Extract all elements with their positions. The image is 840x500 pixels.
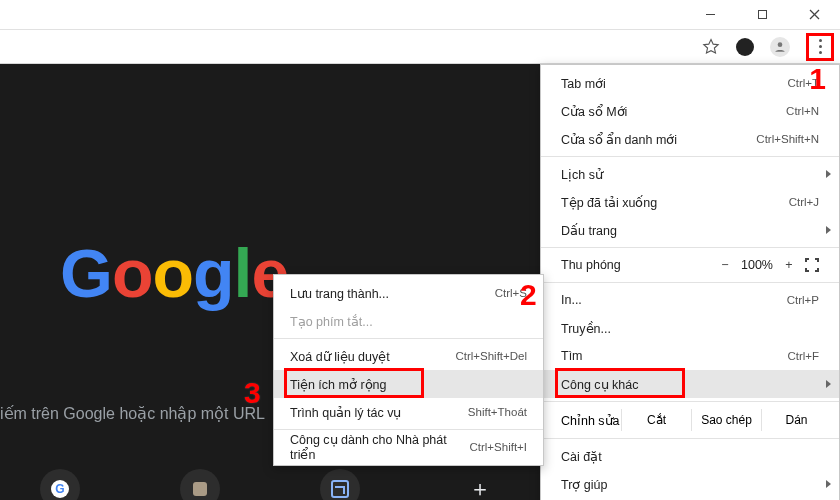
edit-paste-button[interactable]: Dán (761, 409, 831, 431)
chevron-right-icon (826, 170, 831, 178)
google-logo: Google (60, 234, 288, 312)
window-titlebar (0, 0, 840, 30)
browser-toolbar (0, 30, 840, 64)
logo-letter: o (112, 234, 153, 312)
menu-label: Tìm (561, 349, 583, 363)
menu-label: Truyền... (561, 321, 611, 336)
menu-find[interactable]: Tìm Ctrl+F (541, 342, 839, 370)
annotation-number-3: 3 (244, 376, 261, 410)
shortcut-add[interactable]: ＋ Thêm lối tắt (440, 469, 520, 500)
window-minimize-button[interactable] (688, 1, 732, 29)
menu-label: Trình quản lý tác vụ (290, 405, 401, 420)
menu-shortcut: Shift+Thoát (468, 406, 527, 418)
logo-letter: G (60, 234, 112, 312)
menu-separator (541, 401, 839, 402)
more-menu-button[interactable] (806, 33, 834, 61)
svg-rect-1 (758, 11, 766, 19)
shortcut-extensions[interactable]: Tiện ích (160, 469, 240, 500)
logo-letter: g (193, 234, 234, 312)
menu-label: Cửa sổ Mới (561, 104, 627, 119)
submenu-dev-tools[interactable]: Công cụ dành cho Nhà phát triển Ctrl+Shi… (274, 433, 543, 461)
menu-new-window[interactable]: Cửa sổ Mới Ctrl+N (541, 97, 839, 125)
menu-print[interactable]: In... Ctrl+P (541, 286, 839, 314)
menu-separator (541, 438, 839, 439)
zoom-value: 100% (741, 258, 773, 272)
menu-more-tools[interactable]: Công cụ khác (541, 370, 839, 398)
edit-copy-button[interactable]: Sao chép (691, 409, 761, 431)
submenu-create-shortcut: Tạo phím tắt... (274, 307, 543, 335)
submenu-clear-data[interactable]: Xoá dữ liệu duyệt Ctrl+Shift+Del (274, 342, 543, 370)
menu-label: Tab mới (561, 76, 606, 91)
menu-label: Dấu trang (561, 223, 617, 238)
submenu-extensions[interactable]: Tiện ích mở rộng (274, 370, 543, 398)
menu-zoom-row: Thu phóng − 100% + (541, 251, 839, 279)
chevron-right-icon (826, 480, 831, 488)
menu-label: Công cụ dành cho Nhà phát triển (290, 432, 469, 462)
menu-separator (541, 156, 839, 157)
chevron-right-icon (826, 380, 831, 388)
login-icon (331, 480, 349, 498)
annotation-number-2: 2 (520, 278, 537, 312)
menu-label: Trợ giúp (561, 477, 607, 492)
menu-edit-row: Chỉnh sửa Cắt Sao chép Dán (541, 405, 839, 435)
menu-settings[interactable]: Cài đặt (541, 442, 839, 470)
account-dot-icon[interactable] (736, 38, 754, 56)
menu-new-tab[interactable]: Tab mới Ctrl+T (541, 69, 839, 97)
menu-help[interactable]: Trợ giúp (541, 470, 839, 498)
window-close-button[interactable] (792, 1, 836, 29)
annotation-box (284, 368, 424, 398)
puzzle-icon (191, 480, 209, 498)
zoom-in-button[interactable]: + (781, 258, 797, 272)
menu-downloads[interactable]: Tệp đã tải xuống Ctrl+J (541, 188, 839, 216)
shortcut-login[interactable]: Đăng nhập (300, 469, 380, 500)
profile-avatar-icon[interactable] (770, 37, 790, 57)
menu-label: Cửa sổ ẩn danh mới (561, 132, 677, 147)
menu-label: Chỉnh sửa (561, 413, 621, 428)
menu-label: Lưu trang thành... (290, 286, 389, 301)
menu-label: Tạo phím tắt... (290, 314, 373, 329)
menu-cast[interactable]: Truyền... (541, 314, 839, 342)
menu-bookmarks[interactable]: Dấu trang (541, 216, 839, 244)
edit-cut-button[interactable]: Cắt (621, 409, 691, 431)
menu-shortcut: Ctrl+Shift+Del (455, 350, 527, 362)
window-maximize-button[interactable] (740, 1, 784, 29)
menu-label: Tệp đã tải xuống (561, 195, 657, 210)
svg-point-4 (778, 42, 783, 47)
menu-label: Lịch sử (561, 167, 603, 182)
menu-separator (274, 338, 543, 339)
search-placeholder-text: iếm trên Google hoặc nhập một URL (0, 404, 265, 423)
shortcut-row: G Tìm với Google Tiện ích Đăng nhập ＋ Th… (20, 469, 520, 500)
bookmark-star-icon[interactable] (702, 38, 720, 56)
menu-shortcut: Ctrl+P (787, 294, 819, 306)
menu-shortcut: Ctrl+N (786, 105, 819, 117)
menu-label: Cài đặt (561, 449, 602, 464)
annotation-number-1: 1 (809, 62, 826, 96)
menu-shortcut: Ctrl+F (787, 350, 819, 362)
menu-separator (541, 282, 839, 283)
zoom-out-button[interactable]: − (717, 258, 733, 272)
annotation-box (555, 368, 685, 398)
menu-separator (541, 247, 839, 248)
menu-label: In... (561, 293, 582, 307)
plus-icon: ＋ (469, 474, 491, 500)
submenu-save-page[interactable]: Lưu trang thành... Ctrl+S (274, 279, 543, 307)
chrome-main-menu: Tab mới Ctrl+T Cửa sổ Mới Ctrl+N Cửa sổ … (540, 64, 840, 500)
shortcut-google[interactable]: G Tìm với Google (20, 469, 100, 500)
logo-letter: l (234, 234, 252, 312)
menu-history[interactable]: Lịch sử (541, 160, 839, 188)
logo-letter: o (152, 234, 193, 312)
menu-new-incognito[interactable]: Cửa sổ ẩn danh mới Ctrl+Shift+N (541, 125, 839, 153)
menu-separator (274, 429, 543, 430)
chevron-right-icon (826, 226, 831, 234)
submenu-task-manager[interactable]: Trình quản lý tác vụ Shift+Thoát (274, 398, 543, 426)
menu-label: Thu phóng (561, 258, 621, 272)
menu-shortcut: Ctrl+Shift+N (756, 133, 819, 145)
fullscreen-icon[interactable] (805, 258, 819, 272)
more-tools-submenu: Lưu trang thành... Ctrl+S Tạo phím tắt..… (273, 274, 544, 466)
menu-label: Xoá dữ liệu duyệt (290, 349, 390, 364)
menu-shortcut: Ctrl+Shift+I (469, 441, 527, 453)
menu-shortcut: Ctrl+J (789, 196, 819, 208)
